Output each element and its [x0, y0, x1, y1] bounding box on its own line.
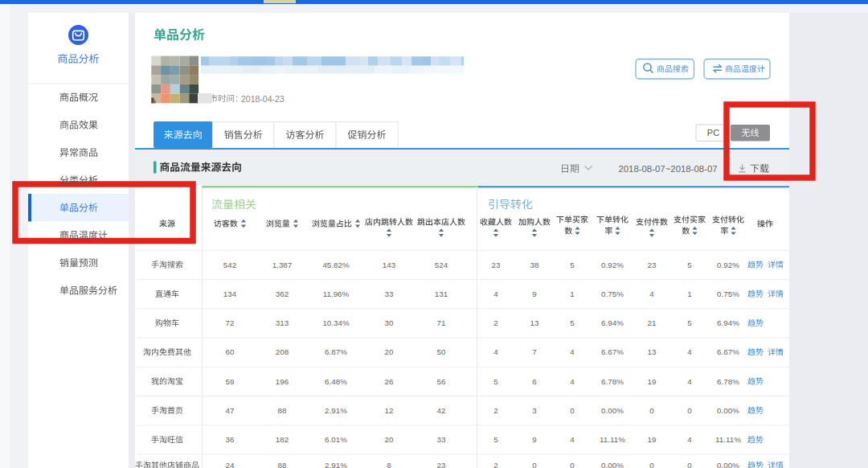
svg-text:131: 131 — [435, 289, 448, 298]
svg-text:21: 21 — [648, 318, 657, 327]
svg-text:4: 4 — [687, 377, 692, 386]
svg-text:13: 13 — [648, 347, 657, 356]
svg-text:6.78%: 6.78% — [601, 377, 624, 386]
svg-text:0.00%: 0.00% — [717, 406, 739, 415]
svg-text:88: 88 — [278, 406, 287, 415]
svg-text:19: 19 — [648, 435, 657, 444]
svg-text:4: 4 — [493, 347, 498, 356]
svg-text:3: 3 — [532, 406, 537, 415]
svg-text:4: 4 — [493, 289, 498, 298]
svg-text:10.34%: 10.34% — [322, 318, 350, 327]
svg-text:36: 36 — [226, 435, 235, 444]
svg-text:6.94%: 6.94% — [717, 318, 739, 327]
svg-text:11.11%: 11.11% — [600, 435, 625, 444]
svg-text:50: 50 — [437, 347, 446, 356]
svg-text:0.75%: 0.75% — [601, 289, 624, 298]
svg-text:42: 42 — [437, 406, 446, 415]
svg-text:72: 72 — [226, 318, 235, 327]
svg-text:24: 24 — [226, 461, 235, 468]
svg-text:0: 0 — [687, 406, 692, 415]
svg-text:0: 0 — [649, 461, 654, 468]
svg-text:45.82%: 45.82% — [322, 261, 350, 269]
svg-text:33: 33 — [385, 289, 394, 298]
svg-text:4: 4 — [687, 435, 692, 444]
svg-text:9: 9 — [532, 289, 536, 298]
svg-text:0: 0 — [570, 461, 575, 468]
svg-text:2018-08-07~2018-08-07: 2018-08-07~2018-08-07 — [618, 164, 717, 174]
svg-text:1: 1 — [687, 289, 691, 298]
svg-text:2: 2 — [493, 406, 497, 415]
svg-text:6: 6 — [532, 377, 537, 386]
svg-text:19: 19 — [648, 377, 657, 386]
svg-text:5: 5 — [570, 318, 575, 327]
svg-text:0.75%: 0.75% — [717, 289, 739, 298]
svg-text:0.92%: 0.92% — [717, 261, 739, 269]
svg-text:542: 542 — [223, 261, 236, 269]
svg-text:6.87%: 6.87% — [325, 347, 347, 356]
svg-text:26: 26 — [385, 377, 394, 386]
svg-text:1,387: 1,387 — [272, 261, 293, 269]
svg-text:6.67%: 6.67% — [601, 347, 624, 356]
svg-text:143: 143 — [383, 261, 396, 269]
svg-text:88: 88 — [278, 461, 287, 468]
svg-text:134: 134 — [223, 289, 237, 298]
svg-text:4: 4 — [649, 289, 654, 298]
svg-text:196: 196 — [276, 377, 289, 386]
svg-text:0: 0 — [687, 461, 692, 468]
svg-text:2.91%: 2.91% — [325, 406, 347, 415]
svg-text:9: 9 — [532, 435, 536, 444]
svg-text:362: 362 — [276, 289, 289, 298]
svg-text:5: 5 — [493, 377, 498, 386]
svg-text:30: 30 — [385, 318, 394, 327]
svg-text:5: 5 — [493, 435, 498, 444]
svg-text:4: 4 — [570, 435, 575, 444]
svg-text:2: 2 — [493, 461, 497, 468]
svg-text:23: 23 — [492, 261, 501, 269]
svg-text:56: 56 — [437, 377, 446, 386]
svg-text:5: 5 — [687, 318, 692, 327]
svg-text:20: 20 — [385, 347, 394, 356]
svg-text:6.67%: 6.67% — [717, 347, 739, 356]
svg-text:60: 60 — [226, 347, 235, 356]
svg-text:2: 2 — [493, 318, 497, 327]
svg-text:8: 8 — [387, 461, 391, 468]
svg-text:6.78%: 6.78% — [717, 377, 739, 386]
svg-text:23: 23 — [437, 461, 446, 468]
svg-text:4: 4 — [687, 347, 692, 356]
svg-text:20: 20 — [385, 435, 394, 444]
svg-text:PC: PC — [707, 128, 719, 138]
svg-text:0: 0 — [649, 406, 654, 415]
svg-text:4: 4 — [570, 347, 575, 356]
svg-text:47: 47 — [226, 406, 235, 415]
svg-text:33: 33 — [437, 435, 446, 444]
svg-text:524: 524 — [435, 261, 448, 269]
svg-text:6.01%: 6.01% — [325, 435, 347, 444]
svg-text:71: 71 — [437, 318, 446, 327]
svg-text:0: 0 — [570, 406, 575, 415]
svg-text:2.91%: 2.91% — [325, 461, 347, 468]
svg-text:7: 7 — [532, 347, 536, 356]
svg-text:5: 5 — [570, 261, 575, 269]
svg-text:13: 13 — [530, 318, 539, 327]
svg-text:182: 182 — [276, 435, 289, 444]
svg-text:6.94%: 6.94% — [601, 318, 624, 327]
svg-text:11.11%: 11.11% — [715, 435, 741, 444]
svg-text:38: 38 — [530, 261, 539, 269]
svg-text:12: 12 — [385, 406, 394, 415]
svg-text:6.48%: 6.48% — [325, 377, 347, 386]
svg-text:1: 1 — [570, 289, 574, 298]
svg-text:23: 23 — [648, 261, 657, 269]
svg-text:0.00%: 0.00% — [717, 461, 739, 468]
svg-text:0.00%: 0.00% — [601, 406, 624, 415]
svg-text:59: 59 — [226, 377, 235, 386]
svg-text:5: 5 — [687, 261, 692, 269]
svg-text:0.00%: 0.00% — [601, 461, 624, 468]
svg-text:2018-04-23: 2018-04-23 — [241, 94, 285, 104]
svg-text:208: 208 — [276, 347, 289, 356]
svg-text:313: 313 — [276, 318, 289, 327]
svg-text:11.96%: 11.96% — [323, 289, 350, 298]
svg-text:4: 4 — [570, 377, 575, 386]
svg-text:0: 0 — [532, 461, 537, 468]
svg-text:0.92%: 0.92% — [601, 261, 624, 269]
